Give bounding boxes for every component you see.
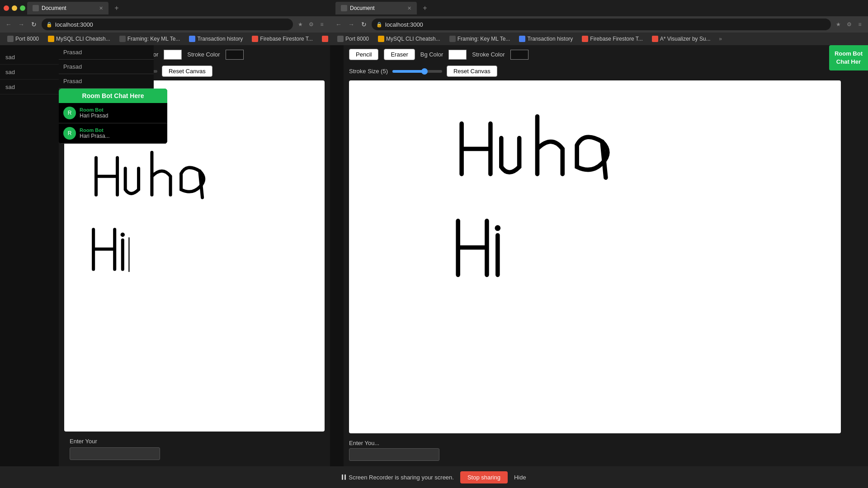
bm-astar-right[interactable]: A* Visualizer by Su... <box>648 35 714 43</box>
left-tab-document[interactable]: Document ✕ <box>27 2 108 14</box>
tab-favicon-right <box>341 5 347 11</box>
bm-icon-mysql-left <box>48 36 54 42</box>
extensions-icon-left[interactable]: ⚙ <box>307 20 316 29</box>
bg-color-swatch-right[interactable] <box>448 50 467 60</box>
chat-row-2[interactable]: R Room Bot Hari Prasa... <box>59 123 167 144</box>
bm-mysql-right[interactable]: MySQL CLI Cheatsh... <box>374 35 444 43</box>
chat-text-2: Room Bot Hari Prasa... <box>80 127 110 139</box>
right-address-bar[interactable]: 🔒 localhost:3000 <box>372 19 831 30</box>
bottom-bar: Screen Recorder is sharing your screen. … <box>0 466 868 488</box>
bm-icon-port-left <box>7 36 14 42</box>
lock-icon-right: 🔒 <box>376 22 382 28</box>
right-nav-back[interactable]: ← <box>334 21 344 28</box>
stroke-color-label-left: Stroke Color <box>187 51 220 58</box>
bm-mysql-left[interactable]: MySQL CLI Cheatsh... <box>44 35 114 43</box>
min-btn-left[interactable] <box>12 5 17 11</box>
right-nav-forward[interactable]: → <box>346 21 356 28</box>
enter-input-left[interactable] <box>70 447 160 460</box>
right-bookmarks-bar: Port 8000 MySQL CLI Cheatsh... Framing: … <box>330 33 868 45</box>
left-tab-close[interactable]: ✕ <box>99 5 103 11</box>
right-tab-document[interactable]: Document ✕ <box>335 2 417 14</box>
stop-sharing-button[interactable]: Stop sharing <box>460 471 508 483</box>
star-icon-right[interactable]: ★ <box>834 20 843 29</box>
left-app-container: sad sad sad Pencil Eraser Bg Color Strok… <box>0 45 330 488</box>
left-address-bar[interactable]: 🔒 localhost:3000 <box>42 19 293 30</box>
lock-icon-left: 🔒 <box>46 22 52 28</box>
bm-port-label-left: Port 8000 <box>15 36 39 42</box>
right-app-container: Pencil Eraser Bg Color Stroke Color Stro… <box>330 45 868 488</box>
bm-transaction-right[interactable]: Transaction history <box>515 35 576 43</box>
left-nav-refresh[interactable]: ↻ <box>29 21 39 28</box>
star-icon-left[interactable]: ★ <box>296 20 305 29</box>
extensions-icon-right[interactable]: ⚙ <box>844 20 854 29</box>
pause-bar-1 <box>342 474 343 480</box>
bm-icon-firebase-left <box>252 36 258 42</box>
bm-icon-firebase-right <box>582 36 588 42</box>
left-nav-forward[interactable]: → <box>16 21 26 28</box>
enter-your-label-left: Enter Your <box>64 436 325 446</box>
hide-button[interactable]: Hide <box>514 474 526 481</box>
left-tab-title: Document <box>42 5 66 11</box>
menu-icon-left[interactable]: ≡ <box>317 20 326 29</box>
max-btn-left[interactable] <box>20 5 25 11</box>
bm-framing-right[interactable]: Framing: Key ML Te... <box>446 35 514 43</box>
reset-canvas-button-right[interactable]: Reset Canvas <box>447 66 497 77</box>
bm-transaction-label-left: Transaction history <box>197 36 243 42</box>
stroke-color-label-right: Stroke Color <box>472 51 505 58</box>
user-item-1: Prasad <box>59 45 154 60</box>
stroke-size-label-right: Stroke Size (5) <box>349 68 388 75</box>
right-address-text: localhost:3000 <box>385 21 423 28</box>
close-btn-left[interactable] <box>4 5 9 11</box>
bm-port-left[interactable]: Port 8000 <box>4 35 42 43</box>
right-drawing-area: Pencil Eraser Bg Color Stroke Color Stro… <box>344 45 868 488</box>
bm-firebase-right[interactable]: Firebase Firestore T... <box>578 35 646 43</box>
reset-canvas-button-left[interactable]: Reset Canvas <box>162 66 212 77</box>
right-chat-button[interactable]: Room Bot Chat Her <box>829 45 868 70</box>
stroke-color-swatch-left[interactable] <box>226 50 244 60</box>
right-toolbar: Pencil Eraser Bg Color Stroke Color <box>344 45 868 64</box>
right-tab-bar: Document ✕ + <box>330 0 868 16</box>
right-browser: Document ✕ + ← → ↻ 🔒 localhost:3000 ★ ⚙ … <box>330 0 868 488</box>
right-chat-btn-line2: Chat Her <box>836 58 861 65</box>
bg-color-swatch-left[interactable] <box>164 50 182 60</box>
bm-port-right[interactable]: Port 8000 <box>334 35 373 43</box>
chat-text-1: Room Bot Hari Prasad <box>80 107 108 119</box>
right-tab-close[interactable]: ✕ <box>407 5 411 11</box>
bm-transaction-left[interactable]: Transaction history <box>185 35 246 43</box>
left-tab-bar: Document ✕ + <box>0 0 330 16</box>
stroke-color-swatch-right[interactable] <box>510 50 528 60</box>
bm-icon-astar-left <box>322 36 328 42</box>
svg-point-2 <box>495 225 500 231</box>
window-controls-left <box>4 5 25 11</box>
bm-more-right[interactable]: » <box>716 34 725 43</box>
left-tab-new[interactable]: + <box>110 2 123 14</box>
right-sidebar-partial <box>330 45 344 488</box>
left-nav-back[interactable]: ← <box>4 21 14 28</box>
bm-firebase-label-left: Firebase Firestore T... <box>260 36 312 42</box>
right-tab-new[interactable]: + <box>419 2 431 14</box>
user-item-3: Prasad <box>59 74 154 89</box>
bm-firebase-left[interactable]: Firebase Firestore T... <box>248 35 316 43</box>
right-stroke-row: Stroke Size (5) Reset Canvas <box>344 64 868 79</box>
chat-row-1[interactable]: R Room Bot Hari Prasad <box>59 103 167 123</box>
eraser-button-right[interactable]: Eraser <box>384 49 415 60</box>
right-chat-btn-line1: Room Bot <box>835 50 863 57</box>
enter-input-right[interactable] <box>349 448 439 461</box>
left-chat-overlay: Prasad Prasad Prasad Room Bot Chat Here … <box>59 45 154 144</box>
right-canvas-svg <box>349 80 841 433</box>
left-user-list: Prasad Prasad Prasad <box>59 45 154 89</box>
stroke-slider-right[interactable] <box>392 70 442 73</box>
right-canvas[interactable] <box>349 80 841 433</box>
stroke-slider-fill-right <box>392 70 425 73</box>
bm-framing-left[interactable]: Framing: Key ML Te... <box>116 35 184 43</box>
stroke-slider-thumb-right <box>421 68 428 75</box>
menu-icon-right[interactable]: ≡ <box>855 20 864 29</box>
chat-header-left[interactable]: Room Bot Chat Here <box>59 89 167 103</box>
tab-favicon-left <box>33 5 39 11</box>
left-sidebar: sad sad sad <box>0 45 59 488</box>
bm-icon-framing-left <box>119 36 126 42</box>
pencil-button-right[interactable]: Pencil <box>349 49 378 60</box>
right-nav-refresh[interactable]: ↻ <box>359 21 369 28</box>
bm-astar-left[interactable]: A* Visualizer by Su... <box>318 35 330 43</box>
right-tab-title: Document <box>350 5 375 11</box>
